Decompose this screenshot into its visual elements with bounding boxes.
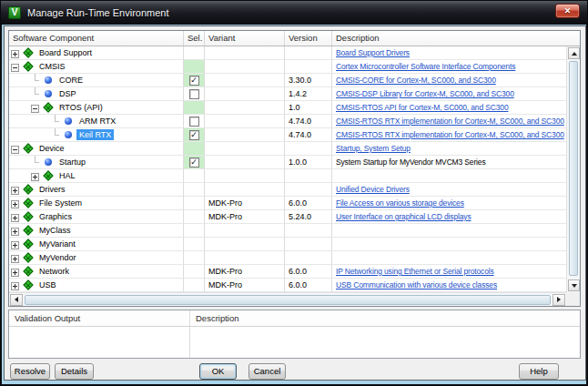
tree-item-label[interactable]: Device bbox=[36, 143, 67, 154]
tree-item-label[interactable]: Network bbox=[36, 266, 72, 277]
horizontal-scrollbar[interactable] bbox=[9, 292, 566, 306]
tree-item-label[interactable]: MyClass bbox=[36, 225, 74, 236]
checkbox-checked[interactable]: ✓ bbox=[189, 130, 199, 140]
variant-cell bbox=[205, 128, 285, 142]
tree-item-label[interactable]: DSP bbox=[56, 88, 79, 99]
description-cell: Unified Device Drivers bbox=[332, 183, 566, 197]
component-class-icon bbox=[23, 251, 34, 265]
description-text: System Startup for MyVendor MVCM3 Series bbox=[336, 157, 486, 167]
description-cell: CMSIS-DSP Library for Cortex-M, SC000, a… bbox=[332, 87, 566, 101]
expand-plus-icon[interactable] bbox=[31, 173, 39, 181]
table-row: DriversUnified Device Drivers bbox=[9, 183, 580, 197]
description-link[interactable]: CMSIS-DSP Library for Cortex-M, SC000, a… bbox=[336, 89, 514, 98]
description-link[interactable]: Startup, System Setup bbox=[336, 144, 411, 153]
description-link[interactable]: Board Support Drivers bbox=[336, 48, 410, 57]
version-cell bbox=[285, 60, 332, 74]
expand-plus-icon[interactable] bbox=[11, 214, 19, 222]
tree-item-label[interactable]: Startup bbox=[56, 157, 88, 168]
sel-cell bbox=[184, 183, 205, 197]
resolve-button[interactable]: Resolve bbox=[10, 363, 50, 380]
validation-panel-body bbox=[9, 327, 580, 358]
table-row: DeviceStartup, System Setup bbox=[9, 142, 580, 156]
component-icon bbox=[43, 87, 54, 101]
description-link[interactable]: CMSIS-RTOS API for Cortex-M, SC000, and … bbox=[336, 103, 508, 112]
variant-cell bbox=[205, 74, 285, 87]
expand-plus-icon[interactable] bbox=[11, 269, 19, 277]
description-link[interactable]: CMSIS-CORE for Cortex-M, SC000, and SC30… bbox=[336, 76, 496, 85]
tree-item-label[interactable]: File System bbox=[36, 198, 85, 208]
variant-cell bbox=[205, 46, 285, 60]
description-cell: System Startup for MyVendor MVCM3 Series bbox=[332, 156, 566, 169]
description-link[interactable]: User Interface on graphical LCD displays bbox=[336, 212, 471, 221]
vertical-scroll-thumb[interactable] bbox=[569, 61, 578, 276]
description-link[interactable]: File Access on various storage devices bbox=[336, 198, 464, 208]
collapse-minus-icon[interactable] bbox=[11, 146, 19, 154]
component-cell: Device bbox=[9, 142, 184, 156]
green-diamond-icon bbox=[23, 211, 33, 221]
tree-item-label[interactable]: HAL bbox=[56, 170, 78, 181]
table-row: NetworkMDK-Pro6.0.0IP Networking using E… bbox=[9, 265, 580, 279]
checkbox-checked[interactable]: ✓ bbox=[189, 157, 199, 168]
green-diamond-icon bbox=[23, 198, 33, 208]
description-link[interactable]: CMSIS-RTOS RTX implementation for Cortex… bbox=[336, 130, 564, 139]
description-cell: File Access on various storage devices bbox=[332, 197, 566, 210]
expand-plus-icon[interactable] bbox=[11, 50, 19, 58]
tree-item-label[interactable]: Board Support bbox=[36, 47, 95, 58]
tree-rows: Board SupportBoard Support DriversCMSISC… bbox=[9, 46, 580, 292]
vertical-scrollbar[interactable] bbox=[566, 46, 580, 292]
blue-ball-icon bbox=[65, 131, 72, 138]
tree-item-label[interactable]: RTOS (API) bbox=[56, 102, 106, 113]
tree-item-label[interactable]: MyVariant bbox=[36, 239, 78, 249]
expand-plus-icon[interactable] bbox=[11, 282, 19, 290]
details-button[interactable]: Details bbox=[55, 363, 94, 380]
title-bar[interactable]: V Manage Run-Time Environment ✕ bbox=[1, 1, 587, 25]
horizontal-scroll-thumb[interactable] bbox=[25, 295, 551, 305]
description-link[interactable]: Unified Device Drivers bbox=[336, 185, 410, 194]
help-button[interactable]: Help bbox=[519, 363, 559, 380]
validation-output-area bbox=[9, 327, 190, 358]
description-cell bbox=[332, 238, 566, 251]
expand-plus-icon[interactable] bbox=[11, 228, 19, 236]
variant-cell: MDK-Pro bbox=[205, 197, 285, 210]
checkbox-unchecked[interactable] bbox=[189, 89, 199, 99]
expand-plus-icon[interactable] bbox=[11, 200, 19, 208]
tree-item-label[interactable]: Graphics bbox=[36, 211, 75, 222]
description-link[interactable]: IP Networking using Ethernet or Serial p… bbox=[336, 267, 494, 276]
expand-plus-icon[interactable] bbox=[11, 241, 19, 249]
collapse-minus-icon[interactable] bbox=[31, 105, 39, 113]
description-cell: IP Networking using Ethernet or Serial p… bbox=[332, 265, 566, 279]
ok-button[interactable]: OK bbox=[199, 363, 237, 380]
tree-item-label[interactable]: Keil RTX bbox=[76, 129, 114, 140]
green-diamond-icon bbox=[23, 252, 33, 262]
version-cell: 4.74.0 bbox=[285, 115, 332, 128]
description-link[interactable]: CMSIS-RTOS RTX implementation for Cortex… bbox=[336, 117, 564, 126]
component-cell: HAL bbox=[9, 169, 184, 183]
table-row: MyVariant bbox=[9, 238, 580, 251]
tree-item-label[interactable]: CORE bbox=[56, 75, 86, 86]
table-row: Keil RTX✓4.74.0CMSIS-RTOS RTX implementa… bbox=[9, 128, 580, 142]
table-row: USBMDK-Pro6.0.0USB Communication with va… bbox=[9, 279, 580, 292]
tree-item-label[interactable]: ARM RTX bbox=[76, 116, 118, 127]
scroll-up-button[interactable] bbox=[568, 47, 580, 59]
collapse-minus-icon[interactable] bbox=[11, 64, 19, 72]
checkbox-checked[interactable]: ✓ bbox=[189, 76, 199, 86]
close-button[interactable]: ✕ bbox=[555, 4, 580, 18]
tree-item-label[interactable]: CMSIS bbox=[36, 61, 68, 72]
column-header-variant: Variant bbox=[205, 31, 285, 46]
sel-cell bbox=[184, 197, 205, 210]
description-link[interactable]: Cortex Microcontroller Software Interfac… bbox=[336, 62, 515, 71]
scroll-right-button[interactable] bbox=[553, 294, 565, 306]
tree-item-label[interactable]: USB bbox=[36, 279, 59, 290]
cancel-button[interactable]: Cancel bbox=[248, 363, 286, 380]
scroll-down-button[interactable] bbox=[568, 279, 580, 291]
description-link[interactable]: USB Communication with various device cl… bbox=[336, 280, 497, 290]
checkbox-unchecked[interactable] bbox=[189, 117, 199, 127]
expand-plus-icon[interactable] bbox=[11, 255, 19, 263]
tree-item-label[interactable]: Drivers bbox=[36, 184, 68, 195]
tree-item-label[interactable]: MyVendor bbox=[36, 252, 79, 263]
scroll-left-button[interactable] bbox=[10, 294, 23, 306]
component-class-icon bbox=[23, 265, 34, 279]
expand-plus-icon[interactable] bbox=[11, 187, 19, 195]
description-cell bbox=[332, 169, 566, 183]
variant-cell bbox=[205, 238, 285, 251]
